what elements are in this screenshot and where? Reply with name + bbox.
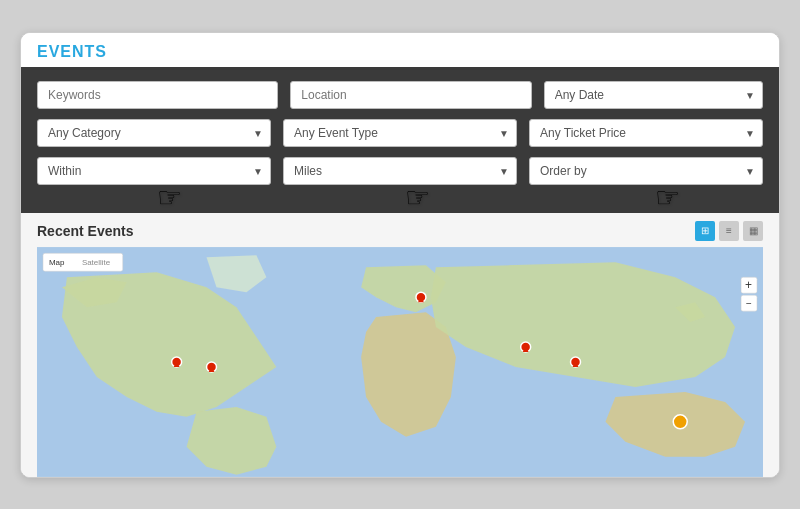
events-card: EVENTS Any Date ▼ Any Category ▼: [20, 32, 780, 478]
category-wrapper: Any Category ▼: [37, 119, 271, 147]
map-container[interactable]: Map Satellite: [37, 247, 763, 477]
filter-row-2: Any Category ▼ Any Event Type ▼ Any Tick…: [37, 119, 763, 147]
recent-events-title: Recent Events: [37, 223, 133, 239]
page-title: EVENTS: [37, 43, 107, 60]
grid-view-button[interactable]: ⊞: [695, 221, 715, 241]
svg-text:Satellite: Satellite: [82, 258, 111, 267]
svg-text:−: −: [746, 298, 752, 309]
ticket-price-select[interactable]: Any Ticket Price: [529, 119, 763, 147]
within-wrapper: Within ▼: [37, 157, 271, 185]
card-header: EVENTS: [21, 33, 779, 67]
map-view-button[interactable]: ▦: [743, 221, 763, 241]
recent-events-header: Recent Events ⊞ ≡ ▦: [37, 221, 763, 241]
order-by-wrapper: Order by ▼: [529, 157, 763, 185]
within-select[interactable]: Within: [37, 157, 271, 185]
any-date-wrapper: Any Date ▼: [544, 81, 763, 109]
category-select[interactable]: Any Category: [37, 119, 271, 147]
svg-point-14: [673, 414, 687, 428]
miles-wrapper: Miles ▼: [283, 157, 517, 185]
location-input[interactable]: [290, 81, 531, 109]
cursor-hand-1: ☞: [157, 181, 182, 214]
recent-events-section: Recent Events ⊞ ≡ ▦: [21, 213, 779, 477]
svg-text:Map: Map: [49, 258, 65, 267]
filter-row-3-wrapper: Within ▼ Miles ▼ Order by ▼: [37, 157, 763, 185]
event-type-select[interactable]: Any Event Type: [283, 119, 517, 147]
ticket-price-wrapper: Any Ticket Price ▼: [529, 119, 763, 147]
any-date-select[interactable]: Any Date: [544, 81, 763, 109]
filter-row-1: Any Date ▼: [37, 81, 763, 109]
svg-text:+: +: [745, 278, 752, 292]
keywords-input[interactable]: [37, 81, 278, 109]
view-toggle-group: ⊞ ≡ ▦: [695, 221, 763, 241]
filter-bar: Any Date ▼ Any Category ▼ Any Event Type…: [21, 67, 779, 213]
miles-select[interactable]: Miles: [283, 157, 517, 185]
world-map-svg: Map Satellite: [37, 247, 763, 477]
cursor-hand-2: ☞: [405, 181, 430, 214]
filter-row-3: Within ▼ Miles ▼ Order by ▼: [37, 157, 763, 185]
cursor-hand-3: ☞: [655, 181, 680, 214]
list-view-button[interactable]: ≡: [719, 221, 739, 241]
order-by-select[interactable]: Order by: [529, 157, 763, 185]
event-type-wrapper: Any Event Type ▼: [283, 119, 517, 147]
